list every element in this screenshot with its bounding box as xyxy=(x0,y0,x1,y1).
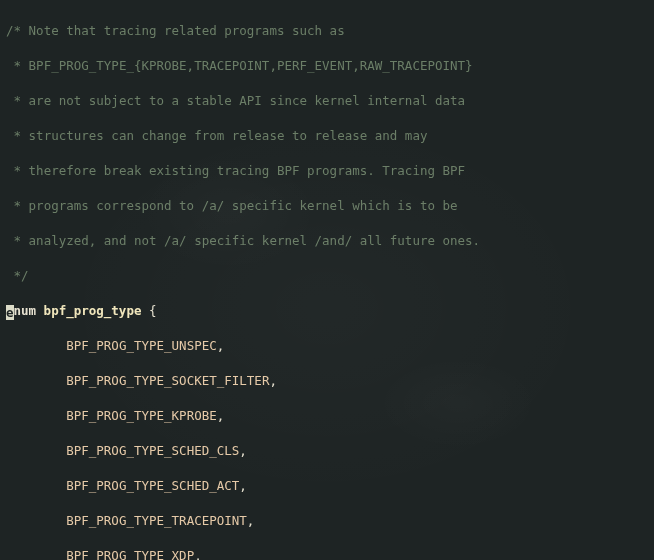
enum-decl-line: enum bpf_prog_type { xyxy=(6,302,648,320)
enum-item-line: BPF_PROG_TYPE_TRACEPOINT, xyxy=(6,512,648,530)
enum-item: BPF_PROG_TYPE_SOCKET_FILTER xyxy=(66,373,269,388)
comment-line: * are not subject to a stable API since … xyxy=(6,92,648,110)
enum-item: BPF_PROG_TYPE_SCHED_CLS xyxy=(66,443,239,458)
enum-item: BPF_PROG_TYPE_UNSPEC xyxy=(66,338,217,353)
comment-line: * BPF_PROG_TYPE_{KPROBE,TRACEPOINT,PERF_… xyxy=(6,57,648,75)
comment-line: * programs correspond to /a/ specific ke… xyxy=(6,197,648,215)
enum-item: BPF_PROG_TYPE_SCHED_ACT xyxy=(66,478,239,493)
comment-line: * structures can change from release to … xyxy=(6,127,648,145)
enum-item-line: BPF_PROG_TYPE_SOCKET_FILTER, xyxy=(6,372,648,390)
code-editor-viewport: /* Note that tracing related programs su… xyxy=(0,0,654,560)
keyword-enum: num xyxy=(14,303,37,318)
text-cursor[interactable]: e xyxy=(6,305,14,320)
enum-item-line: BPF_PROG_TYPE_SCHED_ACT, xyxy=(6,477,648,495)
enum-item: BPF_PROG_TYPE_KPROBE xyxy=(66,408,217,423)
open-brace: { xyxy=(149,303,157,318)
comment-line: /* Note that tracing related programs su… xyxy=(6,22,648,40)
type-name: bpf_prog_type xyxy=(44,303,142,318)
enum-item-line: BPF_PROG_TYPE_UNSPEC, xyxy=(6,337,648,355)
comment-line: */ xyxy=(6,267,648,285)
enum-item-line: BPF_PROG_TYPE_SCHED_CLS, xyxy=(6,442,648,460)
enum-item-line: BPF_PROG_TYPE_KPROBE, xyxy=(6,407,648,425)
enum-item-line: BPF_PROG_TYPE_XDP, xyxy=(6,547,648,560)
comment-line: * therefore break existing tracing BPF p… xyxy=(6,162,648,180)
enum-item: BPF_PROG_TYPE_TRACEPOINT xyxy=(66,513,247,528)
enum-item: BPF_PROG_TYPE_XDP xyxy=(66,548,194,560)
comment-line: * analyzed, and not /a/ specific kernel … xyxy=(6,232,648,250)
